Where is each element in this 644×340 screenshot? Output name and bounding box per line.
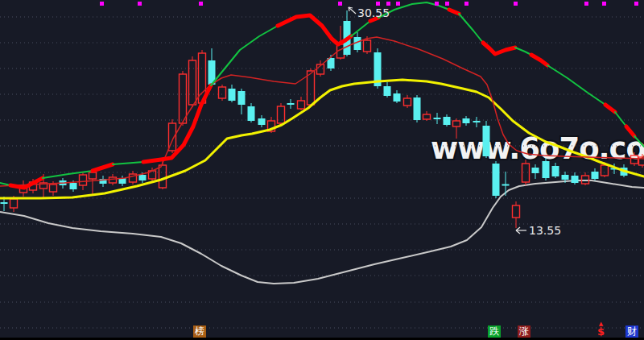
- signal-marker: [464, 2, 469, 6]
- candle-up: [453, 121, 460, 126]
- candle-down: [394, 93, 401, 102]
- candle-up: [109, 177, 117, 183]
- candle-down: [70, 183, 77, 189]
- candle-down: [532, 168, 539, 173]
- signal-marker: [338, 2, 342, 6]
- trend-line-green-segment: [615, 112, 626, 126]
- candle-down: [258, 118, 266, 125]
- trend-line-red-segment: [10, 178, 43, 188]
- candle-up: [423, 114, 431, 119]
- candle-down: [483, 126, 490, 156]
- signal-marker: [584, 2, 588, 6]
- candle-up: [219, 87, 226, 98]
- signal-marker: [386, 2, 390, 6]
- trend-line-red-segment: [93, 164, 113, 171]
- trend-line-red-segment: [143, 85, 211, 162]
- candle-up: [601, 165, 609, 176]
- trend-line-green-segment: [634, 136, 644, 147]
- candle-up: [80, 175, 87, 185]
- candle-down: [229, 89, 236, 101]
- signal-marker: [376, 2, 380, 6]
- candle-down: [238, 91, 246, 105]
- trend-line-red-segment: [278, 15, 351, 44]
- price-annotation: 13.55: [529, 224, 561, 237]
- candle-down: [139, 175, 147, 180]
- trend-line-red-segment: [531, 55, 547, 65]
- signal-marker: [445, 2, 449, 6]
- price-annotation: 30.55: [357, 6, 390, 19]
- candle-down: [493, 164, 500, 196]
- signal-marker: [396, 2, 400, 6]
- candle-up: [364, 40, 371, 52]
- trend-line-red-segment: [449, 10, 459, 14]
- signal-marker: [100, 2, 104, 6]
- signal-marker: [514, 2, 518, 6]
- candle-down: [552, 166, 559, 176]
- trend-line-red-segment: [483, 43, 515, 54]
- candle-down: [592, 172, 599, 179]
- candle-up: [404, 98, 411, 106]
- candle-up: [522, 164, 530, 182]
- dollar-badge[interactable]: ▲$: [597, 321, 605, 337]
- candle-down: [572, 176, 579, 183]
- candlestick-chart[interactable]: 30.5513.55: [0, 0, 644, 340]
- candle-up: [631, 155, 638, 164]
- candle-down: [562, 175, 569, 180]
- trend-line-green-segment: [113, 162, 143, 164]
- bang-badge[interactable]: 榜: [193, 325, 206, 338]
- candle-up: [513, 205, 520, 218]
- candle-up: [159, 165, 167, 188]
- candle-down: [414, 97, 421, 120]
- candle-down: [543, 161, 550, 178]
- signal-marker: [634, 2, 638, 6]
- trend-line-green-segment: [351, 21, 370, 36]
- candle-up: [180, 74, 187, 123]
- candle-up: [278, 106, 285, 123]
- cai-badge[interactable]: 财: [625, 325, 638, 338]
- trend-line-green-segment: [547, 65, 605, 105]
- candle-up: [298, 101, 305, 109]
- trend-line-red-segment: [605, 105, 615, 112]
- signal-marker: [435, 2, 439, 6]
- candle-down: [248, 106, 255, 121]
- badge-label: $: [597, 326, 605, 337]
- candle-down: [384, 86, 391, 96]
- candle-up: [10, 199, 18, 208]
- candle-down: [444, 117, 451, 125]
- stock-chart-screen: www.6o7o.com 30.5513.55 榜跌涨▲$财: [0, 0, 644, 340]
- trend-line-green-segment: [459, 14, 483, 43]
- candle-up: [89, 172, 97, 179]
- trend-line-red-segment: [626, 126, 634, 136]
- die-badge[interactable]: 跌: [488, 325, 501, 338]
- zhang-badge[interactable]: 涨: [518, 325, 530, 338]
- candle-up: [50, 185, 57, 192]
- signal-marker: [199, 2, 203, 6]
- signal-marker: [602, 2, 606, 6]
- trend-line-green-segment: [515, 48, 531, 55]
- signal-marker: [138, 2, 142, 6]
- candle-down: [463, 118, 470, 123]
- candle-up: [189, 60, 196, 105]
